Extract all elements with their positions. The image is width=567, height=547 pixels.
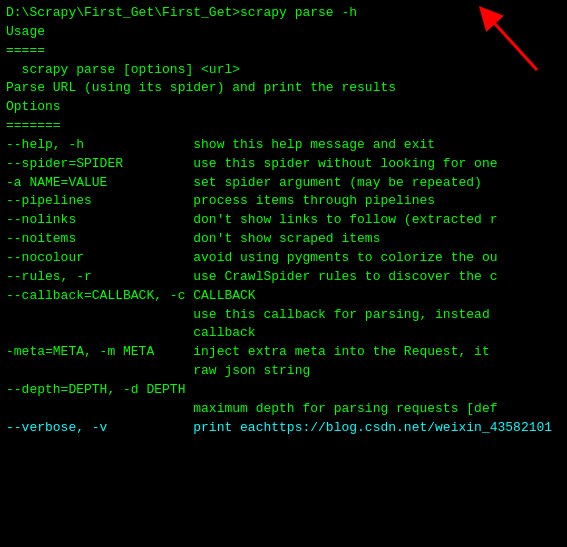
terminal-line-callback-line3: callback bbox=[6, 324, 561, 343]
terminal-line-prompt: D:\Scrapy\First_Get\First_Get>scrapy par… bbox=[6, 4, 561, 23]
terminal-line-name-line: -a NAME=VALUE set spider argument (may b… bbox=[6, 174, 561, 193]
terminal-line-meta-line1: -meta=META, -m META inject extra meta in… bbox=[6, 343, 561, 362]
terminal-line-depth-line1: --depth=DEPTH, -d DEPTH bbox=[6, 381, 561, 400]
terminal-line-nolinks-line: --nolinks don't show links to follow (ex… bbox=[6, 211, 561, 230]
terminal-line-callback-line1: --callback=CALLBACK, -c CALLBACK bbox=[6, 287, 561, 306]
terminal-line-pipelines-line: --pipelines process items through pipeli… bbox=[6, 192, 561, 211]
terminal-line-usage-label: Usage bbox=[6, 23, 561, 42]
terminal-line-verbose-line: --verbose, -v print eachttps://blog.csdn… bbox=[6, 419, 561, 438]
terminal-line-options-label: Options bbox=[6, 98, 561, 117]
terminal-line-noitems-line: --noitems don't show scraped items bbox=[6, 230, 561, 249]
terminal-line-depth-line2: maximum depth for parsing requests [def bbox=[6, 400, 561, 419]
terminal-line-spider-line: --spider=SPIDER use this spider without … bbox=[6, 155, 561, 174]
terminal-line-parse-desc: Parse URL (using its spider) and print t… bbox=[6, 79, 561, 98]
terminal-line-usage-cmd: scrapy parse [options] <url> bbox=[6, 61, 561, 80]
terminal-line-usage-sep: ===== bbox=[6, 42, 561, 61]
terminal-line-callback-line2: use this callback for parsing, instead bbox=[6, 306, 561, 325]
terminal-line-help-line: --help, -h show this help message and ex… bbox=[6, 136, 561, 155]
terminal-line-options-sep: ======= bbox=[6, 117, 561, 136]
terminal-line-meta-line2: raw json string bbox=[6, 362, 561, 381]
terminal-line-nocolour-line: --nocolour avoid using pygments to color… bbox=[6, 249, 561, 268]
terminal-line-rules-line: --rules, -r use CrawlSpider rules to dis… bbox=[6, 268, 561, 287]
terminal-window: D:\Scrapy\First_Get\First_Get>scrapy par… bbox=[0, 0, 567, 441]
